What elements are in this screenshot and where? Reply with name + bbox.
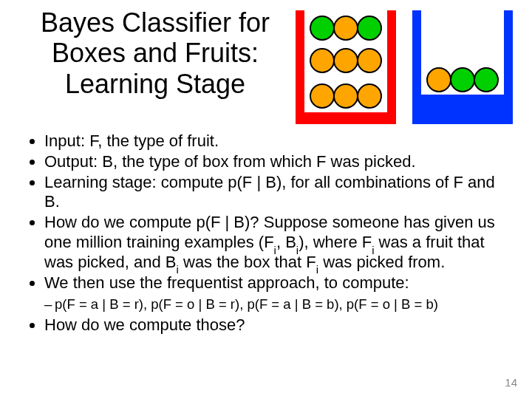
svg-point-9 — [310, 84, 334, 108]
bullet-5-text: We then use the frequentist approach, to… — [44, 273, 409, 292]
svg-point-5 — [358, 16, 381, 40]
svg-rect-14 — [412, 95, 513, 124]
bullet-6-text: How do we compute those? — [44, 316, 245, 334]
subscript-i: i — [372, 244, 374, 256]
svg-point-4 — [334, 16, 358, 40]
title-line3: Learning Stage — [65, 69, 245, 99]
bullet-5: We then use the frequentist approach, to… — [44, 273, 513, 313]
subscript-i: i — [316, 263, 318, 276]
svg-point-7 — [334, 49, 358, 72]
svg-point-3 — [310, 16, 334, 40]
slide-title: Bayes Classifier for Boxes and Fruits: L… — [30, 7, 281, 99]
bullet-4-seg-b: , B — [276, 233, 296, 251]
bullet-4-seg-e: was the box that F — [179, 253, 316, 271]
svg-point-17 — [474, 68, 498, 92]
svg-rect-1 — [387, 10, 396, 124]
subscript-i: i — [177, 263, 179, 276]
subscript-i: i — [274, 244, 276, 256]
page-number: 14 — [505, 376, 517, 389]
svg-rect-0 — [296, 10, 304, 124]
sub-bullet: –p(F = a | B = r), p(F = o | B = r), p(F… — [44, 296, 513, 313]
sub-bullet-text: p(F = a | B = r), p(F = o | B = r), p(F … — [55, 296, 438, 312]
bullet-2-text: Output: B, the type of box from which F … — [44, 152, 416, 171]
bullet-list: Input: F, the type of fruit. Output: B, … — [25, 132, 513, 336]
bullet-4: How do we compute p(F | B)? Suppose some… — [44, 213, 513, 272]
title-line2: Boxes and Fruits: — [52, 38, 259, 68]
bullet-1: Input: F, the type of fruit. — [44, 132, 513, 151]
boxes-illustration — [294, 9, 514, 126]
bullet-4-seg-c: ), where F — [299, 233, 372, 251]
svg-point-6 — [310, 49, 334, 72]
svg-point-10 — [334, 84, 358, 108]
bullet-3-text: Learning stage: compute p(F | B), for al… — [44, 173, 495, 211]
bullet-2: Output: B, the type of box from which F … — [44, 152, 513, 172]
blue-box-icon — [411, 9, 514, 126]
title-line1: Bayes Classifier for — [41, 7, 270, 38]
svg-point-16 — [451, 68, 474, 92]
bullet-4-seg-f: was picked from. — [318, 253, 445, 271]
svg-point-15 — [427, 68, 451, 92]
red-box-icon — [294, 9, 398, 126]
svg-point-11 — [358, 84, 381, 108]
dash-icon: – — [44, 296, 55, 313]
bullet-3: Learning stage: compute p(F | B), for al… — [44, 173, 513, 213]
svg-point-8 — [358, 49, 381, 72]
bullet-1-text: Input: F, the type of fruit. — [44, 132, 219, 150]
svg-rect-2 — [296, 112, 396, 124]
subscript-i: i — [296, 244, 299, 256]
bullet-6: How do we compute those? — [44, 316, 513, 335]
slide: Bayes Classifier for Boxes and Fruits: L… — [0, 0, 532, 399]
